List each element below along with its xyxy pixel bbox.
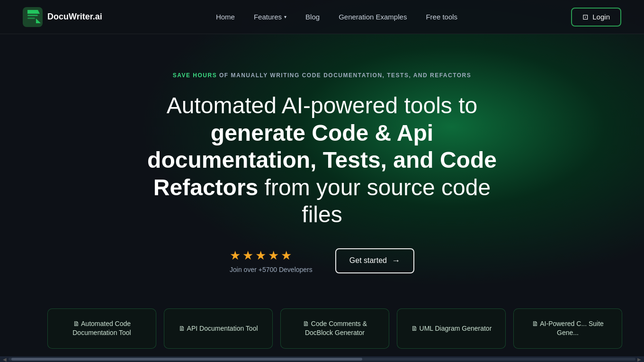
- scrollbar-left-arrow[interactable]: ◀: [1, 357, 9, 362]
- feature-card-1[interactable]: 🗎 Automated Code Documentation Tool: [47, 308, 156, 349]
- star-3: ★: [255, 248, 266, 263]
- stars-section: ★ ★ ★ ★ ★ Join over +5700 Developers: [230, 248, 313, 273]
- chevron-down-icon: ▾: [284, 14, 286, 19]
- star-1: ★: [230, 248, 241, 263]
- hero-cta: ★ ★ ★ ★ ★ Join over +5700 Developers Get…: [230, 248, 414, 273]
- login-icon: ⊡: [582, 13, 589, 21]
- navbar: DocuWriter.ai Home Features ▾ Blog Gener…: [0, 0, 644, 34]
- svg-marker-1: [27, 10, 40, 14]
- feature-card-label-3: 🗎 Code Comments & DocBlock Generator: [289, 319, 380, 338]
- nav-free-tools[interactable]: Free tools: [426, 13, 457, 21]
- tagline-rest: OF MANUALLY WRITING CODE DOCUMENTATION, …: [219, 72, 471, 79]
- nav-features[interactable]: Features ▾: [254, 13, 286, 21]
- svg-rect-2: [27, 15, 38, 16]
- feature-card-label-1: 🗎 Automated Code Documentation Tool: [56, 319, 147, 338]
- feature-card-4[interactable]: 🗎 UML Diagram Generator: [397, 308, 506, 349]
- logo-link[interactable]: DocuWriter.ai: [23, 7, 102, 27]
- get-started-button[interactable]: Get started →: [335, 248, 414, 273]
- star-5: ★: [281, 248, 292, 263]
- feature-card-label-4: 🗎 UML Diagram Generator: [411, 324, 492, 334]
- scrollbar-track[interactable]: [9, 358, 635, 361]
- brand-name: DocuWriter.ai: [47, 12, 102, 22]
- nav-blog[interactable]: Blog: [305, 13, 320, 21]
- arrow-right-icon: →: [392, 256, 400, 266]
- feature-cards: 🗎 Automated Code Documentation Tool 🗎 AP…: [0, 308, 644, 349]
- stars-row: ★ ★ ★ ★ ★: [230, 248, 292, 263]
- feature-card-label-2: 🗎 API Documentation Tool: [179, 324, 258, 334]
- hero-tagline: SAVE HOURS OF MANUALLY WRITING CODE DOCU…: [173, 72, 472, 79]
- logo-icon: [23, 7, 43, 27]
- nav-generation-examples[interactable]: Generation Examples: [339, 13, 407, 21]
- join-text: Join over +5700 Developers: [230, 266, 313, 273]
- feature-card-label-5: 🗎 AI-Powered C... Suite Gene...: [522, 319, 613, 338]
- tagline-highlight: SAVE HOURS: [173, 72, 217, 79]
- scrollbar: ◀ ▶: [0, 356, 644, 362]
- feature-card-2[interactable]: 🗎 API Documentation Tool: [164, 308, 273, 349]
- nav-links: Home Features ▾ Blog Generation Examples…: [216, 13, 457, 21]
- scrollbar-thumb[interactable]: [11, 358, 362, 361]
- nav-home[interactable]: Home: [216, 13, 235, 21]
- hero-section: SAVE HOURS OF MANUALLY WRITING CODE DOCU…: [0, 34, 644, 273]
- star-4: ★: [268, 248, 279, 263]
- hero-title: Automated AI-powered tools to generate C…: [133, 92, 511, 228]
- star-2: ★: [242, 248, 253, 263]
- feature-card-3[interactable]: 🗎 Code Comments & DocBlock Generator: [280, 308, 389, 349]
- login-button[interactable]: ⊡ Login: [571, 8, 621, 27]
- scrollbar-right-arrow[interactable]: ▶: [635, 357, 643, 362]
- svg-rect-3: [27, 18, 35, 19]
- feature-card-5[interactable]: 🗎 AI-Powered C... Suite Gene...: [513, 308, 622, 349]
